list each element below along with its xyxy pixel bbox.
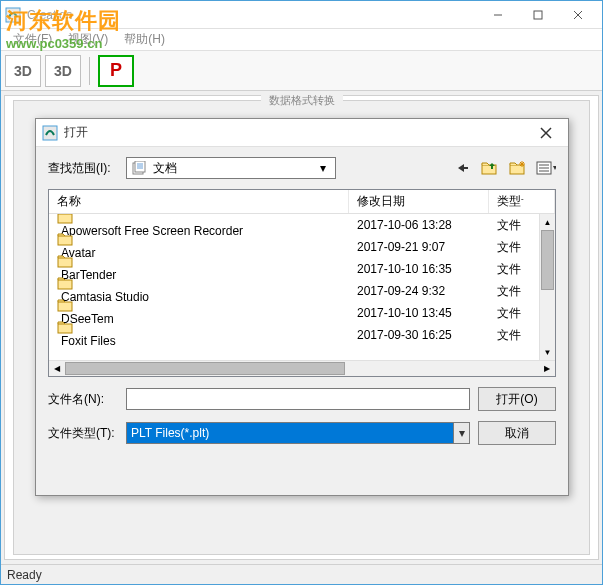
view-menu-icon[interactable] <box>536 158 556 178</box>
svg-rect-14 <box>482 165 496 174</box>
menu-view[interactable]: 视图(V) <box>60 29 116 50</box>
dropdown-arrow-icon: ▾ <box>315 161 331 175</box>
dialog-body: 查找范围(I): 文档 ▾ 名称 修改日期 类型 ˆ <box>36 147 568 455</box>
main-titlebar: Creation <box>1 1 602 29</box>
svg-rect-24 <box>58 214 72 223</box>
new-folder-icon[interactable] <box>508 158 528 178</box>
bottom-controls: 文件名(N): 打开(O) 文件类型(T): PLT Files(*.plt) … <box>48 387 556 445</box>
list-body[interactable]: Apowersoft Free Screen Recorder2017-10-0… <box>49 214 555 360</box>
scroll-right-icon[interactable]: ▶ <box>539 361 555 376</box>
svg-rect-26 <box>58 258 72 267</box>
svg-rect-5 <box>43 126 57 140</box>
toolbar-3d-button-2[interactable]: 3D <box>45 55 81 87</box>
scroll-down-icon[interactable]: ▼ <box>540 344 555 360</box>
documents-icon <box>131 161 147 175</box>
lookin-combo[interactable]: 文档 ▾ <box>126 157 336 179</box>
column-name[interactable]: 名称 <box>49 190 349 213</box>
menu-help[interactable]: 帮助(H) <box>116 29 173 50</box>
up-folder-icon[interactable] <box>480 158 500 178</box>
filetype-value: PLT Files(*.plt) <box>131 426 453 440</box>
toolbar-p-button[interactable]: P <box>98 55 134 87</box>
menubar: 文件(F) 视图(V) 帮助(H) <box>1 29 602 51</box>
open-dialog: 打开 查找范围(I): 文档 ▾ 名称 修改 <box>35 118 569 496</box>
cancel-button[interactable]: 取消 <box>478 421 556 445</box>
main-title: Creation <box>27 8 478 22</box>
filename-input[interactable] <box>126 388 470 410</box>
back-icon[interactable] <box>452 158 472 178</box>
folder-icon <box>57 277 341 290</box>
file-date: 2017-10-10 16:35 <box>349 260 489 278</box>
file-date: 2017-09-21 9:07 <box>349 238 489 256</box>
scroll-up-icon[interactable]: ▲ <box>540 214 555 230</box>
list-header: 名称 修改日期 类型 ˆ <box>49 190 555 214</box>
open-button[interactable]: 打开(O) <box>478 387 556 411</box>
folder-icon <box>57 255 341 268</box>
lookin-row: 查找范围(I): 文档 ▾ <box>48 157 556 179</box>
file-date: 2017-09-24 9:32 <box>349 282 489 300</box>
vertical-scrollbar[interactable]: ▲ ▼ <box>539 214 555 360</box>
filename-label: 文件名(N): <box>48 391 118 408</box>
horizontal-scrollbar[interactable]: ◀ ▶ <box>49 360 555 376</box>
filetype-combo[interactable]: PLT Files(*.plt) ▾ <box>126 422 470 444</box>
svg-rect-13 <box>464 167 468 169</box>
statusbar: Ready <box>1 564 602 584</box>
dialog-close-button[interactable] <box>530 122 562 144</box>
table-row[interactable]: Foxit Files2017-09-30 16:25文件 <box>49 324 555 346</box>
svg-rect-27 <box>58 280 72 289</box>
toolbar-3d-button-1[interactable]: 3D <box>5 55 41 87</box>
folder-icon <box>57 233 341 246</box>
menu-file[interactable]: 文件(F) <box>5 29 60 50</box>
scroll-left-icon[interactable]: ◀ <box>49 361 65 376</box>
svg-rect-0 <box>6 8 20 22</box>
dialog-icon <box>42 125 58 141</box>
lookin-label: 查找范围(I): <box>48 160 118 177</box>
close-button[interactable] <box>558 3 598 27</box>
filetype-dropdown-icon: ▾ <box>453 423 469 443</box>
file-name: Foxit Files <box>61 334 116 348</box>
svg-rect-2 <box>534 11 542 19</box>
folder-icon <box>57 321 341 334</box>
minimize-button[interactable] <box>478 3 518 27</box>
toolbar: 3D 3D P <box>1 51 602 91</box>
column-date[interactable]: 修改日期 <box>349 190 489 213</box>
scroll-thumb[interactable] <box>541 230 554 290</box>
app-icon <box>5 7 21 23</box>
sort-indicator-icon: ˆ <box>521 197 524 206</box>
filetype-label: 文件类型(T): <box>48 425 118 442</box>
status-text: Ready <box>7 568 42 582</box>
dialog-title: 打开 <box>64 124 530 141</box>
file-date: 2017-10-06 13:28 <box>349 216 489 234</box>
folder-icon <box>57 214 341 224</box>
file-date: 2017-10-10 13:45 <box>349 304 489 322</box>
svg-rect-25 <box>58 236 72 245</box>
lookin-value: 文档 <box>153 160 315 177</box>
dialog-titlebar: 打开 <box>36 119 568 147</box>
hscroll-thumb[interactable] <box>65 362 345 375</box>
file-list: 名称 修改日期 类型 ˆ Apowersoft Free Screen Reco… <box>48 189 556 377</box>
toolbar-separator <box>89 57 90 85</box>
svg-rect-28 <box>58 302 72 311</box>
file-date: 2017-09-30 16:25 <box>349 326 489 344</box>
maximize-button[interactable] <box>518 3 558 27</box>
column-type[interactable]: 类型 ˆ <box>489 190 555 213</box>
svg-rect-29 <box>58 324 72 333</box>
folder-icon <box>57 299 341 312</box>
client-caption: 数据格式转换 <box>261 93 343 108</box>
nav-icons <box>452 158 556 178</box>
